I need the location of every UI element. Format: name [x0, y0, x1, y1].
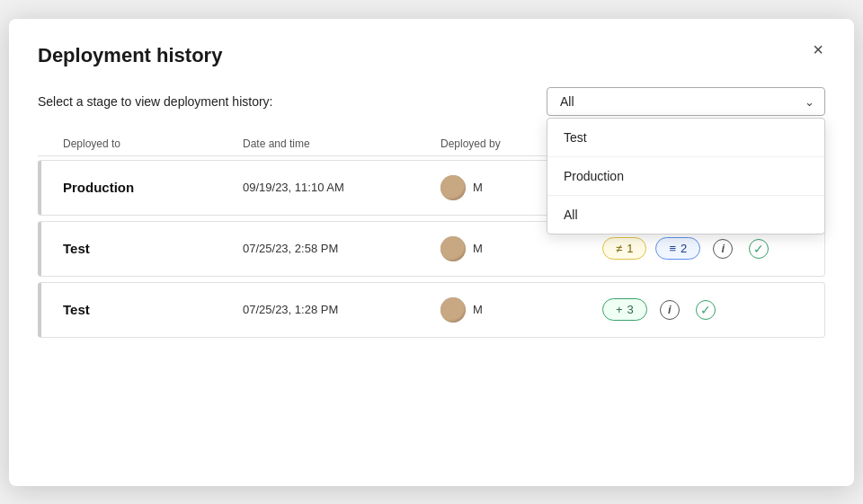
close-button[interactable]: × [807, 39, 829, 60]
info-button[interactable]: i [656, 297, 683, 322]
badge-count: 1 [627, 242, 633, 255]
row-date-0: 09/19/23, 11:10 AM [243, 181, 440, 194]
avatar-image [440, 297, 466, 323]
deployment-history-dialog: Deployment history × Select a stage to v… [9, 19, 854, 486]
row-items-1: ≠ 1≡ 2i✓ [602, 236, 810, 261]
row-stage-0: Production [63, 180, 243, 195]
row-stage-1: Test [63, 241, 243, 256]
badge-blue-1: ≡ 2 [655, 237, 700, 260]
stage-dropdown[interactable]: All [547, 87, 825, 116]
info-button[interactable]: i [709, 236, 736, 261]
dropdown-item-test[interactable]: Test [547, 119, 824, 157]
row-user-2: M [440, 297, 602, 323]
badge-count: 3 [627, 303, 634, 316]
col-date-time: Date and time [243, 137, 440, 150]
user-initial: M [473, 303, 483, 316]
badge-icon: ≡ [669, 242, 676, 255]
avatar [440, 175, 466, 200]
info-icon: i [713, 239, 733, 259]
avatar-image [440, 175, 466, 200]
badge-green-0: + 3 [602, 298, 647, 321]
checkmark-icon: ✓ [696, 300, 716, 320]
avatar [440, 236, 466, 261]
check-button[interactable]: ✓ [692, 298, 719, 322]
avatar-image [440, 236, 466, 261]
row-date-2: 07/25/23, 1:28 PM [243, 303, 440, 316]
badge-icon: + [616, 303, 623, 316]
checkmark-icon: ✓ [749, 239, 769, 259]
badge-count: 2 [681, 242, 687, 255]
info-icon: i [660, 300, 680, 320]
row-items-2: + 3i✓ [602, 297, 810, 322]
user-initial: M [473, 242, 483, 255]
filter-label: Select a stage to view deployment histor… [38, 94, 272, 109]
dialog-title: Deployment history [38, 44, 825, 67]
dropdown-menu: Test Production All [547, 118, 825, 234]
badge-yellow-0: ≠ 1 [602, 237, 646, 260]
filter-row: Select a stage to view deployment histor… [38, 87, 825, 116]
dropdown-item-all[interactable]: All [547, 196, 824, 234]
row-date-1: 07/25/23, 2:58 PM [243, 242, 440, 255]
col-deployed-to: Deployed to [63, 137, 243, 150]
user-initial: M [473, 181, 483, 194]
badge-icon: ≠ [616, 242, 622, 255]
check-button[interactable]: ✓ [745, 237, 772, 261]
row-user-1: M [440, 236, 602, 261]
avatar [440, 297, 466, 323]
row-stage-2: Test [63, 302, 243, 317]
stage-dropdown-wrapper: All ⌄ Test Production All [547, 87, 825, 116]
table-row: Test07/25/23, 1:28 PMM+ 3i✓ [38, 282, 825, 338]
dropdown-item-production[interactable]: Production [547, 157, 824, 196]
